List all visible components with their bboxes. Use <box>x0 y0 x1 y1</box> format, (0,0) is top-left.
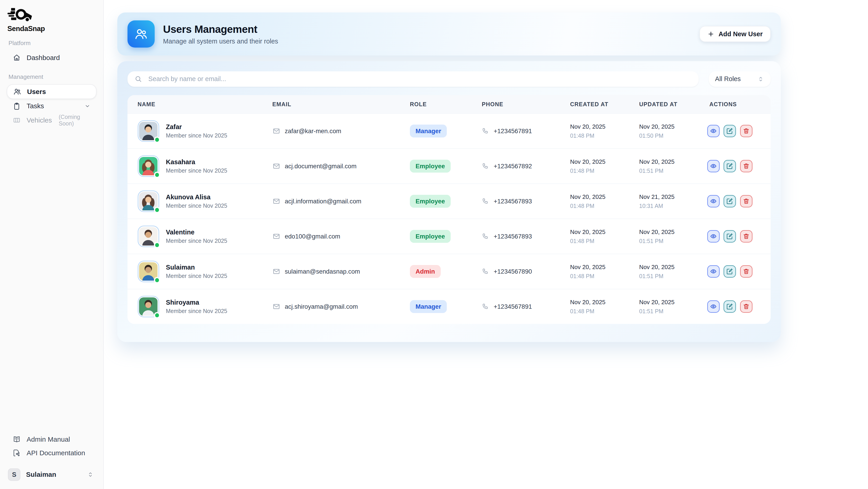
sidebar-item-users[interactable]: Users <box>7 84 96 99</box>
table-body: Zafar Member since Nov 2025 zafar@kar-me… <box>127 113 771 324</box>
table-row: Sulaiman Member since Nov 2025 sulaiman@… <box>127 254 771 289</box>
phone-cell: +1234567890 <box>472 268 560 275</box>
created-time: 01:48 PM <box>570 238 629 244</box>
user-name: Zafar <box>166 123 227 131</box>
search-input[interactable] <box>147 75 692 83</box>
sidebar-footer: Admin Manual API Documentation S Sulaima… <box>7 433 96 482</box>
view-user-button[interactable] <box>707 230 720 243</box>
edit-pencil-icon <box>726 303 734 310</box>
name-cell: Valentine Member since Nov 2025 <box>127 225 262 247</box>
name-cell: Zafar Member since Nov 2025 <box>127 120 262 142</box>
view-user-button[interactable] <box>707 300 720 313</box>
edit-user-button[interactable] <box>723 265 736 278</box>
role-filter-select[interactable]: All Roles <box>709 71 771 87</box>
trash-icon <box>743 303 750 310</box>
chevron-up-down-icon <box>757 75 765 83</box>
role-badge: Employee <box>410 230 451 243</box>
updated-time: 01:51 PM <box>639 167 699 174</box>
actions-cell <box>699 265 771 278</box>
table-row: Valentine Member since Nov 2025 edo100@g… <box>127 219 771 254</box>
eye-icon <box>710 162 717 170</box>
user-name: Akunova Alisa <box>166 193 227 201</box>
delete-user-button[interactable] <box>740 300 752 313</box>
sidebar: SendaSnap Platform Dashboard Management … <box>0 0 104 489</box>
created-at-cell: Nov 20, 2025 01:48 PM <box>560 193 629 209</box>
view-user-button[interactable] <box>707 195 720 208</box>
mail-icon <box>272 268 280 275</box>
role-cell: Manager <box>400 300 472 313</box>
role-badge: Manager <box>410 125 447 137</box>
edit-user-button[interactable] <box>723 125 736 137</box>
edit-user-button[interactable] <box>723 230 736 243</box>
actions-cell <box>699 160 771 172</box>
role-badge: Employee <box>410 195 451 208</box>
delete-user-button[interactable] <box>740 160 752 172</box>
delete-user-button[interactable] <box>740 195 752 208</box>
search-icon <box>134 75 142 83</box>
search-box <box>127 71 699 87</box>
delete-user-button[interactable] <box>740 265 752 278</box>
role-cell: Employee <box>400 230 472 243</box>
edit-pencil-icon <box>726 197 734 205</box>
updated-date: Nov 21, 2025 <box>639 193 699 201</box>
email-cell: acjl.information@gmail.com <box>262 197 400 205</box>
coming-soon-label: (Coming Soon) <box>59 114 91 127</box>
view-user-button[interactable] <box>707 265 720 278</box>
phone-icon <box>482 303 489 310</box>
email-cell: sulaiman@sendasnap.com <box>262 268 400 275</box>
member-since: Member since Nov 2025 <box>166 273 227 279</box>
sidebar-item-tasks[interactable]: Tasks <box>7 99 96 113</box>
online-status-dot <box>154 312 160 318</box>
user-phone: +1234567893 <box>494 233 532 240</box>
users-icon <box>13 87 22 96</box>
name-cell: Kasahara Member since Nov 2025 <box>127 155 262 177</box>
columns-icon <box>12 116 21 125</box>
eye-icon <box>710 233 717 240</box>
updated-time: 01:51 PM <box>639 273 699 279</box>
email-cell: acj.document@gmail.com <box>262 162 400 170</box>
user-email: zafar@kar-men.com <box>285 127 341 135</box>
created-date: Nov 20, 2025 <box>570 158 629 165</box>
name-cell: Sulaiman Member since Nov 2025 <box>127 261 262 282</box>
user-phone: +1234567893 <box>494 198 532 205</box>
user-email: edo100@gmail.com <box>285 233 340 240</box>
user-avatar <box>138 190 159 212</box>
user-name: Kasahara <box>166 158 227 166</box>
trash-icon <box>743 233 750 240</box>
created-at-cell: Nov 20, 2025 01:48 PM <box>560 158 629 174</box>
updated-at-cell: Nov 20, 2025 01:51 PM <box>629 158 699 174</box>
mail-icon <box>272 127 280 135</box>
actions-cell <box>699 195 771 208</box>
clipboard-icon <box>12 102 21 111</box>
api-documentation-link[interactable]: API Documentation <box>7 446 96 460</box>
edit-user-button[interactable] <box>723 300 736 313</box>
updated-at-cell: Nov 20, 2025 01:50 PM <box>629 123 699 139</box>
view-user-button[interactable] <box>707 125 720 137</box>
column-header-role: ROLE <box>400 101 472 108</box>
eye-icon <box>710 197 717 205</box>
updated-date: Nov 20, 2025 <box>639 228 699 236</box>
sidebar-item-label: Dashboard <box>27 54 60 62</box>
view-user-button[interactable] <box>707 160 720 172</box>
phone-cell: +1234567892 <box>472 162 560 170</box>
updated-time: 10:31 AM <box>639 203 699 209</box>
edit-user-button[interactable] <box>723 160 736 172</box>
add-new-user-button[interactable]: Add New User <box>700 26 771 42</box>
trash-icon <box>743 268 750 275</box>
sidebar-item-dashboard[interactable]: Dashboard <box>7 51 96 65</box>
delete-user-button[interactable] <box>740 230 752 243</box>
updated-at-cell: Nov 20, 2025 01:51 PM <box>629 299 699 315</box>
section-label-platform: Platform <box>7 40 96 47</box>
edit-user-button[interactable] <box>723 195 736 208</box>
delete-user-button[interactable] <box>740 125 752 137</box>
sidebar-item-label: Users <box>27 88 46 96</box>
admin-manual-link[interactable]: Admin Manual <box>7 433 96 446</box>
table-header-row: NAMEEMAILROLEPHONECREATED ATUPDATED ATAC… <box>127 95 771 113</box>
sidebar-item-label: Tasks <box>27 102 44 110</box>
sendasnap-logo-icon <box>7 14 33 24</box>
user-menu[interactable]: S Sulaiman <box>7 467 96 482</box>
email-cell: zafar@kar-men.com <box>262 127 400 135</box>
actions-cell <box>699 230 771 243</box>
edit-pencil-icon <box>726 127 734 135</box>
created-time: 01:48 PM <box>570 132 629 139</box>
